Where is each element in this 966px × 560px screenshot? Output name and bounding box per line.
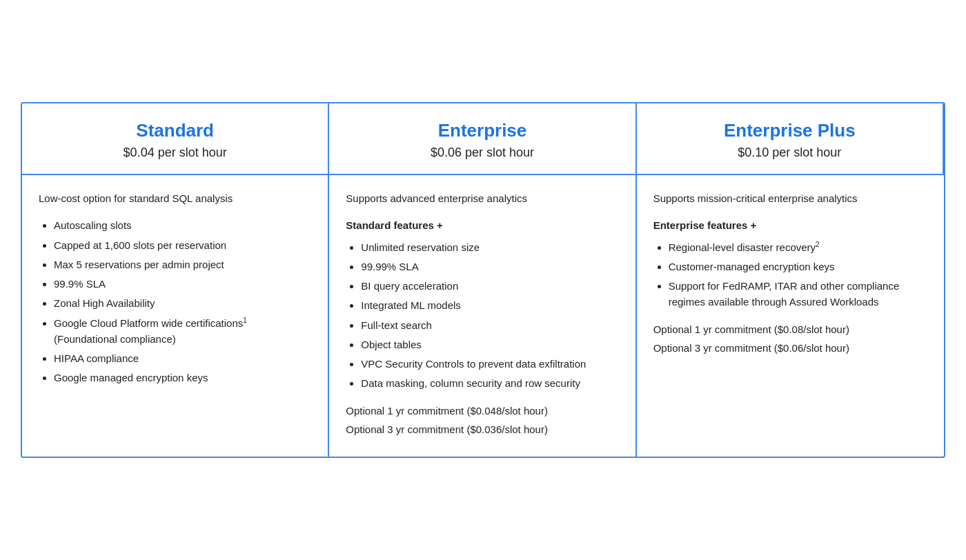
enterprise-plus-body: Supports mission-critical enterprise ana…	[637, 175, 944, 457]
list-item: Integrated ML models	[361, 297, 618, 313]
enterprise-feature-list: Unlimited reservation size 99.99% SLA BI…	[346, 239, 618, 392]
list-item: BI query acceleration	[361, 278, 618, 294]
enterprise-plus-description: Supports mission-critical enterprise ana…	[653, 190, 927, 206]
enterprise-description: Supports advanced enterprise analytics	[346, 190, 618, 206]
standard-feature-list: Autoscaling slots Capped at 1,600 slots …	[39, 217, 311, 386]
list-item: Full-text search	[361, 317, 618, 333]
list-item: Autoscaling slots	[54, 217, 311, 233]
enterprise-commitment-3yr: Optional 3 yr commitment ($0.036/slot ho…	[346, 421, 618, 437]
list-item: Google Cloud Platform wide certification…	[54, 315, 311, 348]
standard-body: Low-cost option for standard SQL analysi…	[22, 175, 329, 457]
comparison-table: Standard $0.04 per slot hour Enterprise …	[21, 102, 945, 458]
list-item: Data masking, column security and row se…	[361, 375, 618, 391]
standard-plan-name: Standard	[36, 120, 314, 141]
list-item: Zonal High Availability	[54, 295, 311, 311]
enterprise-body: Supports advanced enterprise analytics S…	[329, 175, 636, 457]
list-item: Regional-level disaster recovery2	[669, 239, 927, 255]
list-item: Max 5 reservations per admin project	[54, 257, 311, 272]
enterprise-plus-commitment-1yr: Optional 1 yr commitment ($0.08/slot hou…	[653, 321, 927, 337]
enterprise-plus-header: Enterprise Plus $0.10 per slot hour	[637, 103, 944, 175]
list-item: Customer-managed encryption keys	[669, 259, 927, 274]
enterprise-features-header: Standard features +	[346, 217, 618, 233]
list-item: Unlimited reservation size	[361, 239, 618, 255]
list-item: Capped at 1,600 slots per reservation	[54, 237, 311, 253]
list-item: 99.99% SLA	[361, 259, 618, 274]
enterprise-plan-price: $0.06 per slot hour	[343, 146, 621, 160]
enterprise-plus-feature-list: Regional-level disaster recovery2 Custom…	[653, 239, 927, 310]
list-item: Object tables	[361, 337, 618, 352]
enterprise-plan-name: Enterprise	[343, 120, 621, 141]
list-item: Google managed encryption keys	[54, 370, 311, 386]
standard-plan-price: $0.04 per slot hour	[36, 146, 314, 160]
enterprise-header: Enterprise $0.06 per slot hour	[329, 103, 636, 175]
list-item: 99.9% SLA	[54, 276, 311, 292]
standard-header: Standard $0.04 per slot hour	[22, 103, 329, 175]
enterprise-plus-features-header: Enterprise features +	[653, 217, 927, 233]
enterprise-plus-commitment-3yr: Optional 3 yr commitment ($0.06/slot hou…	[653, 340, 927, 356]
standard-description: Low-cost option for standard SQL analysi…	[39, 190, 311, 206]
enterprise-plus-plan-name: Enterprise Plus	[651, 120, 929, 141]
list-item: HIPAA compliance	[54, 350, 311, 366]
list-item: Support for FedRAMP, ITAR and other comp…	[669, 278, 927, 310]
list-item: VPC Security Controls to prevent data ex…	[361, 356, 618, 372]
enterprise-plus-plan-price: $0.10 per slot hour	[651, 146, 929, 160]
enterprise-commitment-1yr: Optional 1 yr commitment ($0.048/slot ho…	[346, 403, 618, 419]
